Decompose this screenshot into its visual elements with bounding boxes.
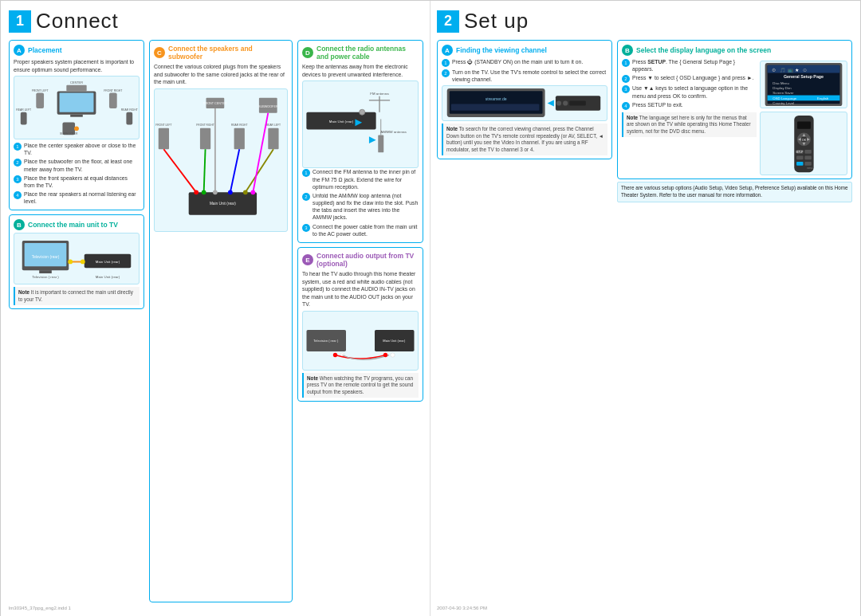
- dot-grey: [213, 190, 218, 194]
- find-channel-step-1: 1 Press ⏻ (STANDBY ON) on the main unit …: [442, 58, 607, 67]
- connect-content-grid: A Placement Proper speakers system place…: [9, 40, 423, 602]
- finding-note-body: To search for the correct viewing channe…: [446, 126, 603, 152]
- btn-2: [563, 101, 568, 106]
- step-num-2: 2: [14, 159, 22, 167]
- section-antenna: D Connect the radio antennas and power c…: [297, 40, 423, 243]
- main-unit-wiring-label: Main Unit (rear): [210, 202, 236, 206]
- footer-right-text: 2007-04-30 3:24:56 PM: [437, 606, 487, 610]
- speaker-placement-svg: CENTER FRONT LEFT FRONT RIGHT REAR LEFT: [14, 77, 139, 139]
- lang-step-num-3: 4: [622, 102, 630, 110]
- step-text-2: Place the subwoofer on the floor, at lea…: [24, 158, 140, 172]
- right-footer: 2007-04-30 3:24:56 PM: [437, 606, 852, 610]
- arrow-channel: [548, 100, 554, 107]
- tv-channel-svg: streamer.de: [442, 86, 607, 120]
- main-unit-badge: B: [14, 219, 25, 230]
- lang-step-text-setup: Press SETUP. The { General Setup Page } …: [632, 58, 757, 73]
- subwoofer-label: SUBWOOFER: [60, 132, 78, 135]
- connect-col-left: A Placement Proper speakers system place…: [9, 40, 144, 602]
- tv-rear-label: Television ( rear ): [32, 275, 59, 279]
- general-setup-header: General Setup Page: [784, 74, 824, 79]
- left-footer: lm30345_37ppg_eng2.indd 1: [9, 606, 423, 610]
- fl-speaker: [159, 128, 169, 150]
- setup-screen-illustration: ⚙ 🎵 📺 ★ ⊙ General Setup Page: [760, 61, 847, 108]
- fr-label: FRONT RIGHT: [196, 124, 214, 127]
- rear-left-speaker: [21, 112, 27, 125]
- note-body-text: It is important to connect the main unit…: [18, 289, 133, 302]
- tv-stand: [70, 115, 83, 117]
- lang-note-body: The language set here is only for the me…: [627, 115, 751, 134]
- setup-left-col: A Finding the viewing channel 1 Press ⏻ …: [437, 40, 612, 602]
- standby-btn: [556, 101, 561, 106]
- menu-icon-2: 🎵: [780, 67, 786, 73]
- antenna-title: D Connect the radio antennas and power c…: [302, 45, 419, 61]
- placement-title-text: Placement: [28, 46, 62, 54]
- audio-output-badge: E: [302, 254, 313, 265]
- connector-left: [68, 260, 73, 265]
- setup-right-col: B Select the display language on the scr…: [617, 40, 852, 602]
- speakers-title-text: Connect the speakers and subwoofer: [168, 45, 288, 61]
- center-label: CENTER: [70, 80, 83, 84]
- setup-section: 2 Set up A Finding the viewing channel 1…: [431, 1, 860, 616]
- rca-red-main: [383, 353, 387, 357]
- display-language-title-text: Select the display language on the scree…: [636, 46, 771, 54]
- display-language-title: B Select the display language on the scr…: [622, 45, 847, 56]
- setup-info-footer: There are various setup options (Audio S…: [617, 182, 852, 202]
- menu-row-3: Screen Saver: [773, 91, 794, 95]
- lang-step-text-3: Press SETUP to exit.: [632, 101, 683, 108]
- step-text-4: Place the rear speakers at normal listen…: [24, 190, 140, 205]
- menu-icon-4: ★: [795, 68, 799, 73]
- connector-right: [81, 260, 85, 265]
- antenna-step-text-3: Connect the power cable from the main un…: [313, 223, 419, 237]
- speakers-title: C Connect the speakers and subwoofer: [154, 45, 288, 61]
- step-text-1: Place the center speaker above or close …: [24, 142, 140, 156]
- placement-step-3: 3 Place the front speakers at equal dist…: [14, 175, 140, 189]
- main-unit-audio-label: Main Unit (rear): [383, 339, 406, 343]
- main-unit-title: B Connect the main unit to TV: [14, 219, 140, 230]
- tv-channel-illustration: streamer.de: [442, 85, 607, 121]
- lang-step-press-setup: 1 Press SETUP. The { General Setup Page …: [622, 58, 757, 73]
- rear-right-label: REAR RIGHT: [121, 108, 138, 112]
- menu-row-5: Country Level: [773, 101, 794, 105]
- menu-icon-1: ⚙: [772, 68, 776, 73]
- fm-antenna-label: FM antenna: [370, 92, 389, 96]
- find-step-num-1: 1: [442, 59, 450, 67]
- fl-label: FRONT LEFT: [155, 124, 171, 127]
- audio-note: Note When watching the TV programs, you …: [302, 373, 419, 398]
- placement-title: A Placement: [14, 45, 140, 56]
- setup-title-text: Set up: [464, 9, 529, 33]
- language-setup-col: ⚙ 🎵 📺 ★ ⊙ General Setup Page: [760, 58, 847, 175]
- dot-yellow: [243, 190, 248, 194]
- rr-label: REAR RIGHT: [231, 124, 247, 127]
- setup-screen-svg: ⚙ 🎵 📺 ★ ⊙ General Setup Page: [761, 61, 847, 108]
- antenna-step-2: 2 Unfold the AM/MW loop antenna (not sup…: [302, 192, 419, 222]
- placement-body: Proper speakers system placement is impo…: [14, 58, 140, 73]
- wiring-illustration: Main Unit (rear) FRONT CENTER SUBWOOFER: [154, 88, 288, 232]
- remote-illustration: OK SETUP men: [760, 112, 847, 175]
- cable-green-fr: [204, 149, 206, 192]
- find-step-num-2: 2: [442, 69, 450, 77]
- speakers-body: Connect the various colored plugs from t…: [154, 63, 288, 86]
- rear-right-speaker: [126, 112, 132, 125]
- dot-blue: [228, 190, 233, 194]
- audio-output-illustration: Television ( rear ) Main Unit (rear): [302, 311, 419, 371]
- antenna-step-3: 3 Connect the power cable from the main …: [302, 223, 419, 237]
- dot-green: [202, 190, 206, 194]
- speaker-placement-illustration: CENTER FRONT LEFT FRONT RIGHT REAR LEFT: [14, 76, 140, 139]
- page-container: 1 Connect A Placement Proper speakers sy…: [0, 0, 861, 616]
- menu-row-osd: OSD Language: [773, 96, 797, 100]
- find-step-text-2: Turn on the TV. Use the TV's remote cont…: [452, 69, 607, 83]
- lang-step-text-2: Use ▼▲ keys to select a language option …: [632, 84, 757, 99]
- remote-screen: [797, 121, 811, 128]
- placement-badge: A: [14, 45, 25, 56]
- fm-jack: [360, 110, 365, 116]
- fr-speaker-w: [200, 128, 210, 150]
- setup-number-badge: 2: [437, 10, 459, 33]
- section-finding-channel: A Finding the viewing channel 1 Press ⏻ …: [437, 40, 612, 159]
- lang-step-1: 2 Press ▼ to select { OSD Language } and…: [622, 74, 757, 83]
- antenna-title-text: Connect the radio antennas and power cab…: [316, 45, 419, 61]
- wiring-svg: Main Unit (rear) FRONT CENTER SUBWOOFER: [155, 89, 287, 231]
- main-unit-rear-label: Main Unit (rear): [96, 275, 120, 279]
- tv-label: Television (rear): [32, 255, 60, 259]
- placement-step-1: 1 Place the center speaker above or clos…: [14, 142, 140, 156]
- tv-connect-svg: Television (rear) Main Unit (rear) Telev…: [14, 233, 139, 284]
